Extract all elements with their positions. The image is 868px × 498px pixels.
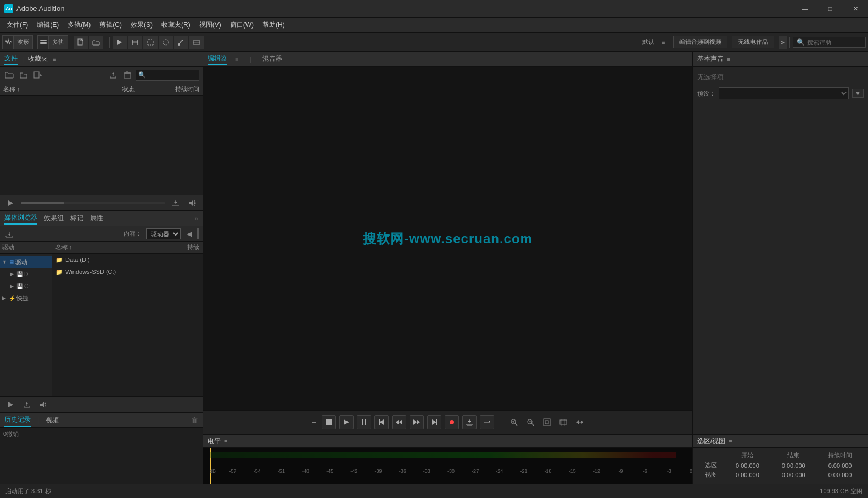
menu-clip[interactable]: 剪辑(C) — [95, 18, 126, 32]
view-end[interactable]: 0:00.000 — [770, 470, 816, 479]
add-button[interactable] — [32, 69, 44, 81]
mode-multitrack-button[interactable]: 多轨 — [49, 36, 68, 49]
tab-files[interactable]: 文件 — [4, 53, 18, 65]
new-folder-button[interactable] — [3, 69, 15, 81]
minimize-button[interactable]: — — [792, 0, 817, 18]
menu-window[interactable]: 窗口(W) — [226, 18, 258, 32]
media-play-button[interactable] — [4, 399, 16, 411]
open-file-button[interactable] — [89, 36, 103, 49]
svg-rect-37 — [379, 419, 380, 425]
to-end-button[interactable] — [427, 415, 441, 429]
time-select-button[interactable] — [128, 36, 142, 49]
zoom-all-button[interactable] — [573, 416, 586, 429]
multitrack-icon[interactable] — [38, 36, 49, 49]
to-start-button[interactable] — [374, 415, 389, 429]
center-panel: 编辑器 ≡ | 混音器 搜软网-www.secruan.com − — [203, 52, 692, 484]
media-nav-button[interactable]: ◀ — [183, 228, 195, 240]
zoom-fit-sel-button[interactable] — [540, 416, 553, 429]
rewind-button[interactable] — [392, 415, 406, 429]
selection-menu-icon[interactable]: ≡ — [729, 438, 732, 445]
loop-button[interactable] — [480, 415, 494, 429]
svg-marker-22 — [8, 200, 13, 206]
volume-footer-button[interactable] — [186, 197, 198, 209]
play-transport-button[interactable] — [339, 415, 354, 429]
tab-effects-group[interactable]: 效果组 — [44, 212, 64, 224]
media-more-icon[interactable]: » — [194, 215, 198, 222]
file-row-windows[interactable]: 📁 Windows-SSD (C:) — [52, 266, 203, 278]
content-select[interactable]: 驱动器 — [146, 228, 181, 239]
svg-marker-38 — [399, 419, 402, 425]
lasso-tool-button[interactable] — [159, 36, 173, 49]
new-file-button[interactable] — [74, 36, 88, 49]
sel-duration[interactable]: 0:00.000 — [816, 461, 864, 470]
files-panel-menu-icon[interactable]: ≡ — [52, 55, 56, 63]
menu-edit[interactable]: 编辑(E) — [32, 18, 63, 32]
selection-content: 开始 结束 持续时间 选区 0:00.000 0:00.000 0:00.000 — [693, 448, 868, 482]
preset-dropdown-arrow[interactable]: ▼ — [852, 89, 864, 98]
tab-markers[interactable]: 标记 — [70, 212, 83, 224]
mode-waveform-button[interactable]: 波形 — [14, 36, 32, 49]
menu-effects[interactable]: 效果(S) — [126, 18, 157, 32]
basic-sound-menu-icon[interactable]: ≡ — [727, 56, 730, 63]
delete-history-icon[interactable]: 🗑 — [191, 416, 198, 424]
editor-menu-icon[interactable]: ≡ — [235, 56, 238, 63]
tab-media-browser[interactable]: 媒体浏览器 — [4, 212, 37, 225]
wireless-button[interactable]: 无线电作品 — [732, 36, 774, 48]
edit-audio-to-video-button[interactable]: 编辑音频到视频 — [673, 36, 727, 48]
record-button[interactable] — [445, 415, 459, 429]
tab-properties[interactable]: 属性 — [90, 212, 103, 224]
tab-video[interactable]: 视频 — [46, 415, 59, 426]
media-export-button[interactable] — [21, 399, 33, 411]
export-transport-button[interactable] — [462, 415, 477, 429]
play-button[interactable] — [4, 197, 16, 209]
media-import-button[interactable] — [3, 228, 15, 240]
tab-editor[interactable]: 编辑器 — [208, 53, 227, 65]
svg-line-48 — [515, 423, 517, 426]
media-resize-handle[interactable] — [197, 228, 199, 239]
svg-rect-0 — [40, 40, 47, 41]
zoom-out-button[interactable] — [524, 416, 537, 429]
tab-mixer[interactable]: 混音器 — [262, 53, 282, 65]
pause-button[interactable] — [357, 415, 371, 429]
tree-item-2[interactable]: ▶ 💾 C: — [8, 280, 52, 292]
file-row-data[interactable]: 📁 Data (D:) — [52, 254, 203, 266]
zoom-in-button[interactable] — [507, 416, 520, 429]
view-duration[interactable]: 0:00.000 — [816, 470, 864, 479]
tree-shortcuts[interactable]: ▶ ⚡ 快捷 — [0, 292, 52, 304]
waveform-icon[interactable] — [3, 36, 14, 49]
preset-select[interactable] — [719, 87, 849, 99]
files-col-header: 名称 ↑ 状态 持续时间 — [0, 83, 203, 96]
upload-button[interactable] — [107, 69, 119, 81]
delete-button[interactable] — [121, 69, 133, 81]
marquee-tool-button[interactable] — [143, 36, 158, 49]
menu-help[interactable]: 帮助(H) — [258, 18, 289, 32]
stop-button[interactable] — [322, 415, 336, 429]
menu-file[interactable]: 文件(F) — [2, 18, 32, 32]
tab-collections[interactable]: 收藏夹 — [28, 53, 48, 65]
brush-tool-button[interactable] — [174, 36, 188, 49]
files-search-box: 🔍 — [136, 70, 200, 81]
close-button[interactable]: ✕ — [843, 0, 868, 18]
preset-menu-icon[interactable]: ≡ — [658, 37, 669, 48]
menu-favorites[interactable]: 收藏夹(R) — [157, 18, 195, 32]
erase-tool-button[interactable] — [189, 36, 204, 49]
sel-end[interactable]: 0:00.000 — [770, 461, 816, 470]
view-start[interactable]: 0:00.000 — [724, 470, 770, 479]
media-volume-button[interactable] — [37, 399, 49, 411]
tab-history[interactable]: 历史记录 — [4, 414, 31, 427]
open-button[interactable] — [18, 69, 30, 81]
more-tools-button[interactable]: » — [779, 36, 787, 49]
forward-button[interactable] — [410, 415, 424, 429]
export-footer-button[interactable] — [170, 197, 182, 209]
tree-item[interactable]: ▶ 💾 D: — [8, 268, 52, 280]
tree-drives[interactable]: ▼ 🖥 驱动 — [0, 256, 52, 268]
move-tool-button[interactable] — [113, 36, 127, 49]
menu-view[interactable]: 视图(V) — [195, 18, 226, 32]
maximize-button[interactable]: □ — [817, 0, 843, 18]
menu-multitrack[interactable]: 多轨(M) — [63, 18, 95, 32]
window-controls: — □ ✕ — [792, 0, 868, 18]
zoom-fit-all-button[interactable] — [557, 416, 570, 429]
search-input[interactable] — [807, 39, 862, 46]
level-menu-icon[interactable]: ≡ — [224, 438, 227, 445]
sel-start[interactable]: 0:00.000 — [724, 461, 770, 470]
